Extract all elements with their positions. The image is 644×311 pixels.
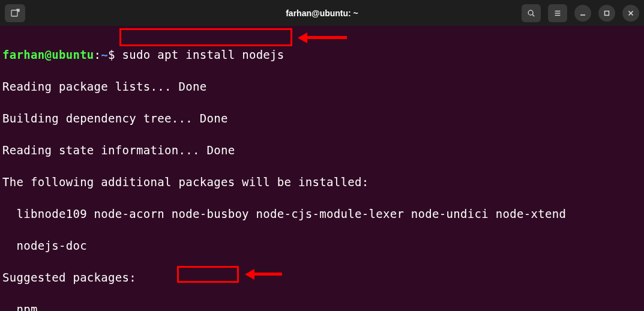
close-icon: [627, 9, 635, 17]
close-button[interactable]: [622, 5, 639, 22]
new-tab-icon: [10, 8, 20, 18]
output-line: The following additional packages will b…: [2, 174, 644, 190]
svg-line-4: [532, 14, 534, 16]
output-line: Reading package lists... Done: [2, 79, 644, 95]
minimize-icon: [579, 9, 587, 17]
output-line: Building dependency tree... Done: [2, 110, 644, 127]
terminal-output[interactable]: farhan@ubuntu:~$ sudo apt install nodejs…: [0, 26, 644, 311]
window-title: farhan@ubuntu: ~: [286, 8, 358, 18]
minimize-button[interactable]: [574, 5, 591, 22]
svg-rect-9: [605, 11, 609, 15]
maximize-button[interactable]: [598, 5, 615, 22]
svg-point-3: [528, 10, 533, 15]
svg-rect-0: [11, 10, 17, 16]
hamburger-icon: [553, 9, 562, 17]
search-button[interactable]: [522, 4, 541, 22]
command-text: sudo apt install nodejs: [122, 48, 284, 61]
prompt-sep: :: [94, 48, 101, 61]
output-line: Suggested packages:: [2, 270, 644, 286]
prompt-path: ~: [101, 48, 108, 61]
new-tab-button[interactable]: [5, 4, 25, 22]
menu-button[interactable]: [548, 4, 567, 22]
output-line: nodejs-doc: [2, 238, 644, 254]
search-icon: [527, 9, 535, 17]
prompt-line: farhan@ubuntu:~$ sudo apt install nodejs: [2, 47, 644, 63]
maximize-icon: [603, 9, 611, 17]
prompt-dollar: $: [108, 48, 122, 61]
output-line: libnode109 node-acorn node-busboy node-c…: [2, 206, 644, 222]
prompt-user-host: farhan@ubuntu: [2, 48, 94, 61]
output-line: npm: [2, 301, 644, 312]
output-line: Reading state information... Done: [2, 142, 644, 159]
titlebar: farhan@ubuntu: ~: [0, 0, 644, 26]
window-controls: [522, 4, 639, 22]
